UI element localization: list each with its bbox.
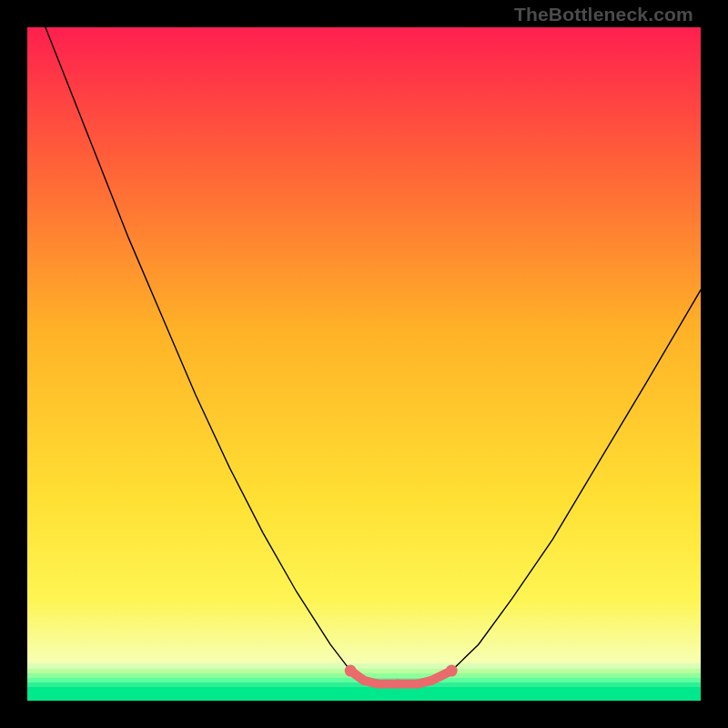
plot-area [27, 27, 701, 701]
svg-point-5 [427, 676, 436, 685]
svg-point-3 [393, 680, 402, 689]
svg-point-6 [446, 665, 458, 677]
curve-line [27, 27, 701, 684]
chart-frame: TheBottleneck.com [0, 0, 728, 728]
svg-point-0 [345, 665, 357, 677]
svg-point-2 [373, 680, 382, 689]
bottleneck-curve [27, 27, 701, 701]
svg-point-1 [359, 676, 369, 685]
svg-point-4 [413, 680, 422, 689]
watermark: TheBottleneck.com [514, 4, 693, 25]
